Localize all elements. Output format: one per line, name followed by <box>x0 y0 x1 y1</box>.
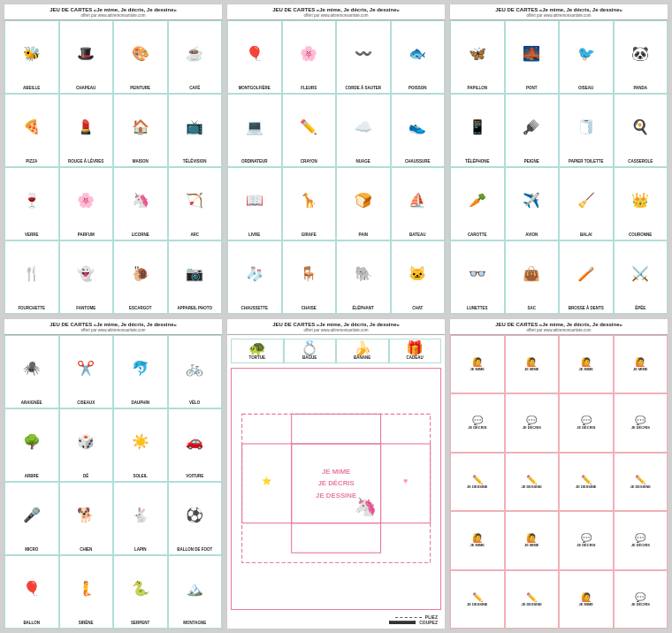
brosse-dents-label: BROSSE À DENTS <box>569 307 604 311</box>
decris-label-7: JE DÉCRIS <box>631 602 650 606</box>
decris-icon-1: 💬 <box>472 416 483 425</box>
card-micro: 🎤MICRO <box>4 482 59 555</box>
carotte-label: CAROTTE <box>468 233 487 238</box>
escargot-label: ESCARGOT <box>129 307 152 311</box>
mime-label-3: JE MIME <box>579 367 593 371</box>
elephant-label: ÉLÉPHANT <box>353 307 374 311</box>
action-je-mime-4: 🙋 JE MIME <box>614 335 668 393</box>
papillon-icon: 🦋 <box>469 23 486 86</box>
parfum-icon: 🌸 <box>77 170 95 233</box>
card-de: 🎲DÉ <box>59 408 114 482</box>
ballon-foot-icon: ⚽ <box>186 484 203 547</box>
chien-icon: 🐕 <box>77 484 95 547</box>
card-epee: ⚔️ÉPÉE <box>614 240 668 314</box>
mime-label-4: JE MIME <box>633 367 647 371</box>
svg-text:🦄: 🦄 <box>355 497 378 518</box>
panda-icon: 🐼 <box>631 23 649 86</box>
pizza-icon: 🍕 <box>23 96 41 159</box>
action-je-dessine-2: ✏️ JE DESSINE <box>505 453 560 511</box>
decris-icon-7: 💬 <box>635 592 645 602</box>
tortue-label: TORTUE <box>249 356 265 361</box>
card-peigne: 🪮PEIGNE <box>505 94 560 167</box>
card-telephone: 📱TÉLÉPHONE <box>450 94 505 167</box>
card-soleil: ☀️SOLEIL <box>113 408 168 482</box>
peinture-icon: 🎨 <box>132 23 149 86</box>
card-ballon-foot: ⚽BALLON DE FOOT <box>168 482 223 555</box>
action-je-decris-3: 💬 JE DÉCRIS <box>559 393 614 452</box>
card-chien: 🐕CHIEN <box>59 482 114 555</box>
appareil-photo-label: APPAREIL PHOTO <box>177 307 212 311</box>
montgolfiere-label: MONTGOLFIÈRE <box>239 87 271 91</box>
pizza-label: PIZZA <box>26 160 37 164</box>
card-arc: 🏹ARC <box>168 167 223 240</box>
sheet-2-subtitle: offert par www.attiremonsartiste.com <box>231 13 441 18</box>
card-peinture: 🎨PEINTURE <box>113 20 168 94</box>
action-je-dessine-6: ✏️ JE DESSINE <box>505 570 560 629</box>
dauphin-icon: 🐬 <box>132 338 149 400</box>
svg-text:♥: ♥ <box>403 477 408 485</box>
abeille-label: ABEILLE <box>23 87 40 91</box>
action-je-dessine-4: ✏️ JE DESSINE <box>614 453 668 511</box>
chat-icon: 🐱 <box>409 243 426 306</box>
epee-label: ÉPÉE <box>635 307 645 311</box>
ballon-foot-label: BALLON DE FOOT <box>177 548 212 553</box>
sheet-5-subtitle: offert par www.attiremonsartiste.com <box>231 328 441 332</box>
card-livre: 📖LIVRE <box>227 167 282 240</box>
action-je-dessine-5: ✏️ JE DESSINE <box>450 570 505 629</box>
sac-label: SAC <box>527 307 536 311</box>
television-icon: 📺 <box>186 96 203 159</box>
maison-label: MAISON <box>133 160 149 164</box>
card-ciseaux: ✂️CISEAUX <box>59 335 114 408</box>
araignee-label: ARAIGNÉE <box>21 401 42 406</box>
card-girafe: 🦒GIRAFE <box>282 167 337 240</box>
peigne-icon: 🪮 <box>523 96 540 159</box>
decris-label-5: JE DÉCRIS <box>577 543 595 547</box>
sheet-6-header: JEU DE CARTES «Je mime, Je décris, Je de… <box>450 319 668 335</box>
girafe-label: GIRAFE <box>302 233 317 238</box>
card-montagne: 🏔️MONTAGNE <box>168 555 223 629</box>
card-chapeau: 🎩CHAPEAU <box>59 20 114 94</box>
card-serpent: 🐍SERPENT <box>113 555 168 629</box>
couronne-label: COURONNE <box>629 233 652 238</box>
sheet-5-header: JEU DE CARTES «Je mime, Je décris, Je de… <box>227 319 445 335</box>
papier-toilette-label: PAPIER TOILETTE <box>569 160 603 164</box>
dessine-icon-6: ✏️ <box>526 592 537 602</box>
telephone-icon: 📱 <box>469 96 486 159</box>
licorne-label: LICORNE <box>132 233 149 238</box>
fourchette-label: FOURCHETTE <box>18 307 45 311</box>
coupez-line <box>389 621 416 624</box>
top-cards-row: 🐢TORTUE 💍BAGUE 🍌BANANE 🎁CADEAU <box>231 339 441 363</box>
card-chaussette: 🧦CHAUSSETTE <box>227 240 282 314</box>
svg-text:JE DÉCRIS: JE DÉCRIS <box>317 479 354 487</box>
card-pain: 🍞PAIN <box>336 167 391 240</box>
action-je-decris-5: 💬 JE DÉCRIS <box>559 511 614 569</box>
sheet-5-title: JEU DE CARTES «Je mime, Je décris, Je de… <box>231 322 441 328</box>
sheet-4: JEU DE CARTES «Je mime, Je décris, Je de… <box>4 318 223 629</box>
sheet-2-title: JEU DE CARTES «Je mime, Je décris, Je de… <box>231 7 441 13</box>
sheet-1: JEU DE CARTES «Je mime, Je décris, Je de… <box>4 4 223 315</box>
peigne-label: PEIGNE <box>524 160 539 164</box>
card-fantome: 👻FANTOME <box>59 240 114 314</box>
poisson-icon: 🐟 <box>409 23 426 86</box>
montgolfiere-icon: 🎈 <box>246 23 263 86</box>
cadeau-icon: 🎁 <box>406 341 424 355</box>
appareil-photo-icon: 📷 <box>186 243 203 306</box>
sheet-4-subtitle: offert par www.attiremonsartiste.com <box>8 328 218 332</box>
decris-icon-5: 💬 <box>581 533 592 543</box>
verre-label: VERRE <box>25 233 39 238</box>
card-banane: 🍌BANANE <box>336 339 389 363</box>
coupez-label: COUPEZ <box>419 620 438 625</box>
sheet-6-subtitle: offert par www.attiremonsartiste.com <box>454 328 664 332</box>
action-je-mime-6: 🙋 JE MIME <box>505 511 560 569</box>
lapin-icon: 🐇 <box>132 484 149 547</box>
card-verre: 🍷VERRE <box>4 167 59 240</box>
card-casserole: 🍳CASSEROLE <box>614 94 668 167</box>
dessine-label-2: JE DESSINE <box>521 484 542 489</box>
sheet-1-header: JEU DE CARTES «Je mime, Je décris, Je de… <box>4 4 222 20</box>
card-elephant: 🐘ÉLÉPHANT <box>336 240 391 314</box>
pliez-coupez-section: PLIEZ COUPEZ <box>231 614 441 625</box>
action-je-decris-4: 💬 JE DÉCRIS <box>614 393 668 452</box>
soleil-label: SOLEIL <box>134 475 148 479</box>
decris-label-1: JE DÉCRIS <box>468 425 486 430</box>
card-maison: 🏠MAISON <box>113 94 168 167</box>
